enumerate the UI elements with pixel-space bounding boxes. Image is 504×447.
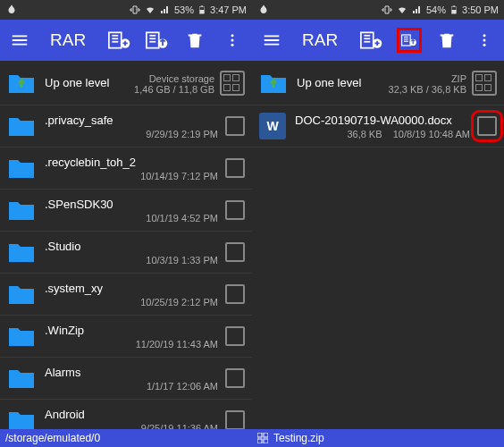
archive-extract-icon[interactable] <box>145 28 170 53</box>
right-screen: 54% 3:50 PM RAR Up one level <box>252 0 504 447</box>
path-bar[interactable]: /storage/emulated/0 <box>0 429 252 447</box>
svg-rect-35 <box>264 439 268 443</box>
checkbox[interactable] <box>225 116 245 136</box>
svg-rect-24 <box>402 35 411 46</box>
file-meta: 1/1/17 12:06 AM <box>45 381 218 392</box>
checkbox[interactable] <box>225 284 245 304</box>
svg-point-15 <box>231 44 234 46</box>
checkbox[interactable] <box>477 116 497 136</box>
folder-icon <box>7 198 36 222</box>
list-item[interactable]: WDOC-20190719-WA0000.docx36,8 KB 10/8/19… <box>252 105 504 148</box>
file-list[interactable]: Up one level ZIP 32,3 KB / 36,8 KB WDOC-… <box>252 61 504 429</box>
delete-icon[interactable] <box>182 28 207 53</box>
file-name: .system_xy <box>45 282 218 295</box>
file-list[interactable]: Up one level Device storage 1,46 GB / 11… <box>0 61 252 429</box>
file-meta: 10/3/19 1:33 PM <box>45 255 218 266</box>
up-one-level[interactable]: Up one level Device storage 1,46 GB / 11… <box>0 61 252 105</box>
app-title: RAR <box>302 30 338 50</box>
file-name: Android <box>45 408 218 421</box>
file-name: .recyclebin_toh_2 <box>45 156 218 169</box>
wifi-icon <box>396 4 408 15</box>
battery-icon <box>449 4 458 16</box>
file-name: .Studio <box>45 240 218 253</box>
svg-point-30 <box>483 39 486 42</box>
file-meta: 10/14/19 7:12 PM <box>45 171 218 181</box>
battery-icon <box>197 4 206 16</box>
svg-rect-8 <box>147 32 159 47</box>
battery-text: 53% <box>174 4 194 15</box>
folder-icon <box>7 240 36 264</box>
view-grid-button[interactable] <box>220 71 245 96</box>
list-item[interactable]: .system_xy10/25/19 2:12 PM <box>0 274 252 316</box>
word-icon: W <box>259 113 286 139</box>
svg-rect-18 <box>453 5 456 6</box>
checkbox[interactable] <box>225 200 245 220</box>
status-bar: 54% 3:50 PM <box>252 0 504 20</box>
svg-rect-17 <box>452 10 457 13</box>
folder-up-icon <box>7 72 36 95</box>
archive-icon <box>257 433 268 443</box>
file-name: .SPenSDK30 <box>45 198 218 211</box>
svg-rect-3 <box>109 32 122 47</box>
file-meta: 11/20/19 11:43 AM <box>45 339 218 350</box>
burn-icon <box>5 4 18 16</box>
list-item[interactable]: .recyclebin_toh_210/14/19 7:12 PM <box>0 148 252 190</box>
svg-point-14 <box>231 39 234 42</box>
checkbox[interactable] <box>225 368 245 388</box>
signal-icon <box>160 4 171 15</box>
checkbox[interactable] <box>225 326 245 346</box>
battery-text: 54% <box>426 4 446 15</box>
checkbox[interactable] <box>225 158 245 178</box>
toolbar: RAR <box>252 20 504 61</box>
svg-point-29 <box>483 34 486 37</box>
storage-size: 32,3 KB / 36,8 KB <box>389 84 466 95</box>
storage-label: ZIP <box>451 73 466 84</box>
svg-rect-2 <box>201 5 204 6</box>
svg-rect-34 <box>257 439 262 443</box>
checkbox[interactable] <box>225 410 245 429</box>
path-text: /storage/emulated/0 <box>5 432 100 444</box>
folder-icon <box>7 409 36 429</box>
up-one-level[interactable]: Up one level ZIP 32,3 KB / 36,8 KB <box>252 61 504 105</box>
storage-size: 1,46 GB / 11,8 GB <box>134 84 214 95</box>
folder-icon <box>7 114 36 138</box>
folder-icon <box>7 367 36 390</box>
file-meta: 9/29/19 2:19 PM <box>45 129 218 139</box>
vibrate-icon <box>130 4 140 15</box>
list-item[interactable]: Alarms1/1/17 12:06 AM <box>0 358 252 400</box>
archive-add-icon[interactable] <box>107 28 132 53</box>
time-text: 3:50 PM <box>462 4 499 15</box>
app-title: RAR <box>50 30 86 50</box>
file-meta: 10/25/19 2:12 PM <box>45 297 218 308</box>
svg-point-31 <box>483 44 486 46</box>
file-name: DOC-20190719-WA0000.docx <box>295 114 470 127</box>
delete-icon[interactable] <box>434 28 459 53</box>
more-icon[interactable] <box>220 28 245 53</box>
list-item[interactable]: .SPenSDK3010/1/19 4:52 PM <box>0 190 252 232</box>
folder-icon <box>7 156 36 180</box>
list-item[interactable]: .privacy_safe9/29/19 2:19 PM <box>0 105 252 148</box>
list-item[interactable]: .Studio10/3/19 1:33 PM <box>0 232 252 274</box>
menu-icon[interactable] <box>259 28 284 53</box>
path-bar[interactable]: Testing.zip <box>252 429 504 447</box>
svg-point-13 <box>231 34 234 37</box>
storage-label: Device storage <box>149 73 214 84</box>
file-meta: 9/25/19 11:36 AM <box>45 423 218 430</box>
view-grid-button[interactable] <box>472 71 497 96</box>
vibrate-icon <box>382 4 392 15</box>
archive-extract-icon[interactable] <box>397 28 422 53</box>
menu-icon[interactable] <box>7 28 32 53</box>
file-name: .WinZip <box>45 324 218 337</box>
toolbar: RAR <box>0 20 252 61</box>
list-item[interactable]: .WinZip11/20/19 11:43 AM <box>0 316 252 358</box>
status-bar: 53% 3:47 PM <box>0 0 252 20</box>
svg-rect-33 <box>264 433 268 437</box>
list-item[interactable]: Android9/25/19 11:36 AM <box>0 400 252 429</box>
checkbox[interactable] <box>225 242 245 262</box>
file-name: .privacy_safe <box>45 114 218 127</box>
archive-add-icon[interactable] <box>359 28 384 53</box>
more-icon[interactable] <box>472 28 497 53</box>
folder-icon <box>7 325 36 348</box>
svg-rect-32 <box>257 433 262 437</box>
left-screen: 53% 3:47 PM RAR Up one level <box>0 0 252 447</box>
